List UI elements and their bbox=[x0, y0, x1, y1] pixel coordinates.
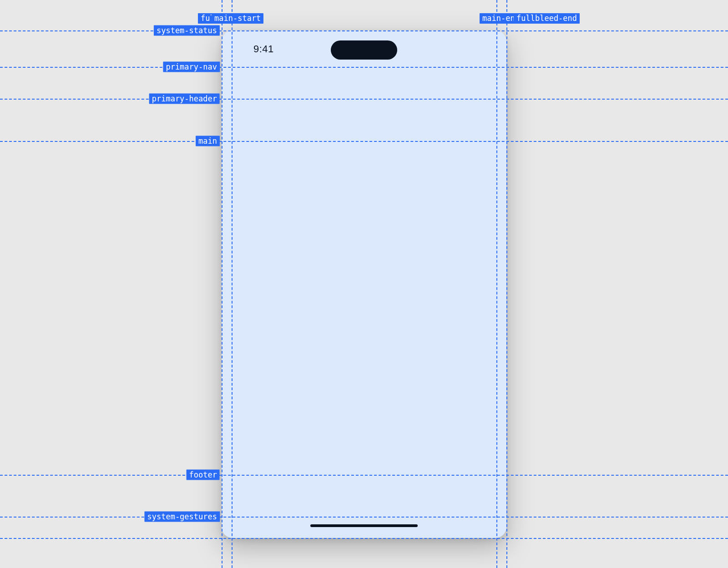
label-fullbleed-end: fullbleed-end bbox=[514, 13, 580, 24]
label-footer: footer bbox=[187, 470, 220, 480]
label-primary-nav: primary-nav bbox=[163, 62, 220, 72]
label-main-start: main-start bbox=[212, 13, 263, 24]
label-system-gestures: system-gestures bbox=[144, 512, 220, 522]
guide-fullbleed-end bbox=[506, 0, 507, 568]
guide-bottom bbox=[0, 538, 728, 539]
dynamic-island bbox=[331, 40, 397, 60]
label-system-status: system-status bbox=[154, 25, 220, 36]
label-primary-header: primary-header bbox=[149, 94, 220, 104]
status-time: 9:41 bbox=[253, 43, 274, 55]
label-main: main bbox=[196, 136, 220, 146]
home-indicator[interactable] bbox=[310, 524, 418, 527]
phone-frame: 9:41 bbox=[222, 30, 506, 538]
